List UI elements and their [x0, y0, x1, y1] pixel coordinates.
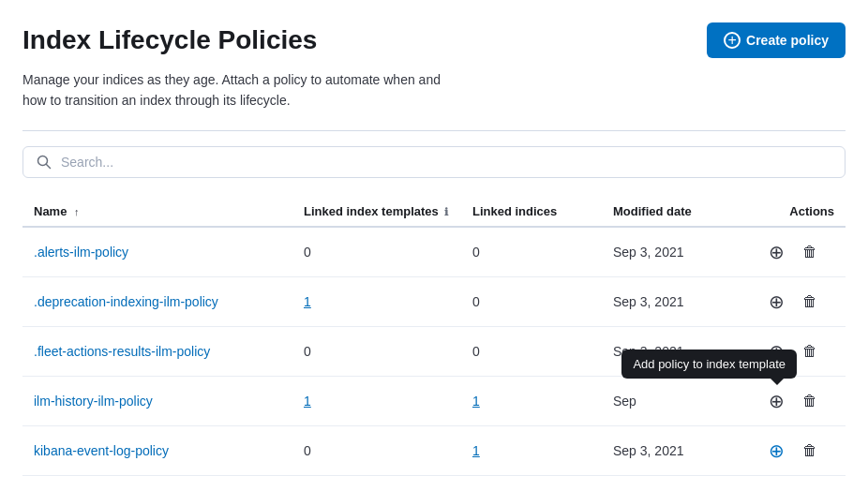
search-input[interactable] — [61, 155, 831, 170]
column-header-modified-date: Modified date — [613, 197, 763, 227]
table-row: ilm-history-ilm-policy11SepAdd policy to… — [22, 376, 846, 425]
trash-icon: 🗑 — [802, 442, 817, 459]
delete-policy-button[interactable]: 🗑 — [797, 289, 823, 315]
table-row: .alerts-ilm-policy00Sep 3, 2021⊕🗑 — [22, 227, 846, 277]
column-header-linked-indices: Linked indices — [472, 197, 613, 227]
linked-indices-link[interactable]: 1 — [472, 443, 480, 458]
column-header-name: Name ↑ — [22, 197, 304, 227]
policy-name-link[interactable]: ilm-history-ilm-policy — [34, 394, 153, 409]
linked-templates-cell: 0 — [304, 227, 472, 277]
delete-policy-button[interactable]: 🗑 — [797, 388, 823, 414]
page-title: Index Lifecycle Policies — [22, 25, 317, 55]
delete-policy-button[interactable]: 🗑 — [797, 338, 823, 365]
delete-policy-button[interactable]: 🗑 — [797, 438, 823, 464]
page-subtitle: Manage your indices as they age. Attach … — [22, 69, 566, 112]
circle-plus-icon: ⊕ — [769, 390, 785, 412]
policy-name-link[interactable]: kibana-event-log-policy — [34, 443, 169, 458]
modified-date-cell: Sep 3, 2021 — [613, 326, 763, 376]
circle-plus-icon: ⊕ — [769, 340, 785, 363]
add-to-template-button[interactable]: ⊕ — [763, 239, 789, 265]
add-to-template-button[interactable]: ⊕ — [763, 388, 789, 414]
add-to-template-button[interactable]: ⊕ — [763, 289, 789, 315]
table-row: .fleet-actions-results-ilm-policy00Sep 3… — [22, 326, 846, 376]
linked-indices-link[interactable]: 1 — [472, 394, 480, 409]
policies-table: Name ↑ Linked index templates ℹ Linked i… — [22, 197, 846, 476]
search-icon — [37, 155, 52, 170]
actions-cell: ⊕🗑 — [763, 227, 846, 277]
policy-name-link[interactable]: .deprecation-indexing-ilm-policy — [34, 294, 218, 309]
actions-cell: ⊕🗑 — [763, 425, 846, 475]
linked-templates-cell: 1 — [304, 276, 472, 326]
linked-templates-link[interactable]: 1 — [304, 294, 311, 309]
linked-templates-cell: 1 — [304, 376, 472, 425]
circle-plus-icon: ⊕ — [769, 439, 785, 462]
circle-plus-icon: ⊕ — [769, 290, 785, 313]
sort-icon: ↑ — [74, 206, 80, 217]
table-row: .deprecation-indexing-ilm-policy10Sep 3,… — [22, 276, 846, 326]
linked-indices-cell: 0 — [472, 326, 613, 376]
actions-cell: ⊕🗑 — [763, 326, 846, 376]
trash-icon: 🗑 — [802, 393, 817, 409]
modified-date-cell: Sep 3, 2021 — [613, 227, 763, 277]
modified-date-cell: Sep — [613, 376, 763, 425]
linked-indices-cell: 1 — [472, 376, 613, 425]
trash-icon: 🗑 — [802, 343, 817, 360]
search-bar — [22, 146, 846, 178]
plus-circle-icon: + — [724, 32, 741, 49]
modified-date-cell: Sep 3, 2021 — [613, 425, 763, 475]
circle-plus-icon: ⊕ — [769, 241, 785, 263]
trash-icon: 🗑 — [802, 244, 817, 260]
column-header-linked-templates: Linked index templates ℹ — [304, 197, 472, 227]
policy-name-link[interactable]: .fleet-actions-results-ilm-policy — [34, 344, 210, 359]
linked-templates-cell: 0 — [304, 326, 472, 376]
add-to-template-button[interactable]: ⊕ — [763, 438, 789, 464]
section-divider — [22, 130, 846, 131]
actions-cell: Add policy to index template⊕🗑 — [763, 376, 846, 425]
column-header-actions: Actions — [763, 197, 846, 227]
linked-templates-cell: 0 — [304, 425, 472, 475]
info-icon: ℹ — [444, 206, 448, 218]
create-policy-button[interactable]: + Create policy — [707, 22, 846, 58]
linked-templates-link[interactable]: 1 — [304, 394, 311, 409]
trash-icon: 🗑 — [802, 293, 817, 310]
svg-line-1 — [47, 164, 51, 168]
linked-indices-cell: 1 — [472, 425, 613, 475]
modified-date-cell: Sep 3, 2021 — [613, 276, 763, 326]
policy-name-link[interactable]: .alerts-ilm-policy — [34, 245, 128, 260]
linked-indices-cell: 0 — [472, 227, 613, 277]
delete-policy-button[interactable]: 🗑 — [797, 239, 823, 265]
add-to-template-tooltip-container: Add policy to index template⊕ — [763, 388, 789, 414]
actions-cell: ⊕🗑 — [763, 276, 846, 326]
add-to-template-button[interactable]: ⊕ — [763, 338, 789, 365]
table-row: kibana-event-log-policy01Sep 3, 2021⊕🗑 — [22, 425, 846, 475]
linked-indices-cell: 0 — [472, 276, 613, 326]
